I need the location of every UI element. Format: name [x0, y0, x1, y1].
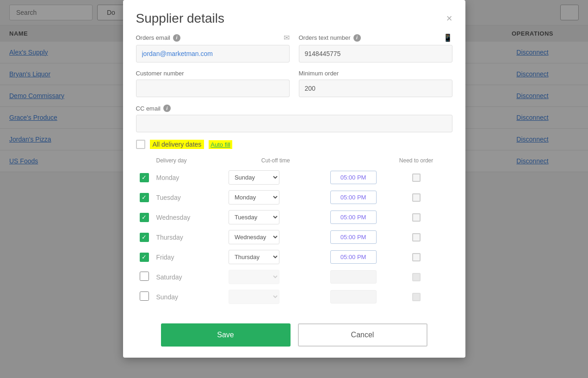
form-row-customer-min: Customer number Minimum order [136, 70, 452, 97]
delivery-row: ✓ThursdaySundayMondayTuesdayWednesdayThu… [136, 227, 452, 247]
col-day-header: Delivery day [153, 155, 225, 167]
time-input[interactable] [330, 250, 377, 264]
delivery-row: ✓MondaySundayMondayTuesdayWednesdayThurs… [136, 167, 452, 187]
need-checkbox[interactable] [412, 213, 421, 222]
cutoff-select[interactable]: SundayMondayTuesdayWednesdayThursdayFrid… [229, 210, 279, 224]
delivery-day-checkbox[interactable]: ✓ [140, 253, 149, 262]
delivery-day-checkbox-cell: ✓ [136, 227, 153, 247]
time-input-cell [327, 227, 380, 247]
cutoff-select[interactable]: SundayMondayTuesdayWednesdayThursdayFrid… [229, 170, 279, 185]
customer-number-label: Customer number [136, 70, 184, 77]
orders-text-info-icon: i [353, 34, 361, 42]
auto-fill-button[interactable]: Auto fill [209, 140, 232, 149]
need-checkbox-cell [380, 287, 452, 307]
need-checkbox[interactable] [412, 273, 421, 281]
cc-email-input[interactable] [136, 115, 452, 132]
customer-number-input[interactable] [136, 80, 290, 97]
need-checkbox[interactable] [412, 193, 421, 202]
delivery-day-checkbox-cell [136, 267, 153, 287]
customer-number-group: Customer number [136, 70, 290, 97]
cc-email-group: CC email i [136, 105, 452, 132]
form-row-email-text: Orders email i ✉ Orders text number i 📱 [136, 33, 452, 62]
close-button[interactable]: × [446, 13, 452, 24]
time-input-cell [327, 167, 380, 187]
delivery-day-checkbox[interactable]: ✓ [140, 173, 149, 182]
cc-email-info-icon: i [163, 105, 171, 112]
time-input[interactable] [330, 230, 377, 244]
time-input-cell [327, 187, 380, 207]
time-input-cell [327, 287, 380, 307]
all-delivery-checkbox[interactable] [136, 140, 145, 149]
col-cutoff-header: Cut-off time [225, 155, 327, 167]
time-input[interactable] [330, 171, 377, 184]
need-checkbox-cell [380, 267, 452, 287]
phone-icon: 📱 [443, 33, 452, 42]
minimum-order-label-row: Minimum order [299, 70, 452, 77]
need-checkbox[interactable] [412, 174, 421, 182]
col-need-header: Need to order [380, 155, 452, 167]
cutoff-select[interactable]: SundayMondayTuesdayWednesdayThursdayFrid… [229, 230, 279, 244]
time-input[interactable] [330, 211, 377, 224]
delivery-row: Sunday [136, 287, 452, 307]
orders-email-input[interactable] [136, 45, 290, 62]
modal-title: Supplier details [136, 11, 224, 26]
time-input[interactable] [330, 290, 377, 304]
orders-email-label: Orders email [136, 34, 170, 41]
cutoff-select[interactable] [229, 290, 279, 304]
time-input-cell [327, 207, 380, 227]
minimum-order-group: Minimum order [299, 70, 452, 97]
delivery-day-checkbox[interactable]: ✓ [140, 193, 149, 202]
orders-email-info-icon: i [173, 34, 180, 42]
delivery-day-checkbox-cell [136, 287, 153, 307]
delivery-day-checkbox-cell: ✓ [136, 167, 153, 187]
cutoff-select[interactable] [229, 270, 279, 284]
time-input[interactable] [330, 191, 377, 204]
cutoff-time-cell: SundayMondayTuesdayWednesdayThursdayFrid… [225, 227, 327, 247]
delivery-section: All delivery dates Auto fill Delivery da… [136, 140, 452, 307]
time-input[interactable] [330, 270, 377, 284]
time-input-cell [327, 247, 380, 267]
delivery-table-body: ✓MondaySundayMondayTuesdayWednesdayThurs… [136, 167, 452, 307]
need-checkbox[interactable] [412, 293, 421, 301]
delivery-day-checkbox[interactable]: ✓ [140, 233, 149, 242]
need-checkbox[interactable] [412, 253, 421, 261]
modal-overlay: Supplier details × Orders email i ✉ Orde… [0, 0, 588, 378]
need-checkbox[interactable] [412, 233, 421, 242]
modal-body: Orders email i ✉ Orders text number i 📱 [123, 33, 465, 316]
orders-text-label: Orders text number [299, 34, 351, 41]
delivery-table-header: Delivery day Cut-off time Need to order [136, 155, 452, 167]
cancel-button[interactable]: Cancel [298, 323, 427, 347]
supplier-details-modal: Supplier details × Orders email i ✉ Orde… [123, 0, 465, 358]
cutoff-select[interactable]: SundayMondayTuesdayWednesdayThursdayFrid… [229, 250, 279, 264]
save-button[interactable]: Save [161, 323, 291, 347]
delivery-day-label: Friday [153, 247, 225, 267]
minimum-order-input[interactable] [299, 80, 452, 97]
delivery-day-checkbox[interactable]: ✓ [140, 213, 149, 222]
delivery-day-checkbox[interactable] [140, 291, 149, 301]
orders-text-label-row: Orders text number i 📱 [299, 33, 452, 42]
email-icon: ✉ [284, 33, 290, 42]
all-delivery-label: All delivery dates [150, 140, 204, 149]
delivery-day-label: Saturday [153, 267, 225, 287]
delivery-day-label: Wednesday [153, 207, 225, 227]
need-checkbox-cell [380, 247, 452, 267]
cutoff-select[interactable]: SundayMondayTuesdayWednesdayThursdayFrid… [229, 190, 279, 204]
cutoff-time-cell: SundayMondayTuesdayWednesdayThursdayFrid… [225, 187, 327, 207]
delivery-day-label: Monday [153, 167, 225, 187]
time-input-cell [327, 267, 380, 287]
cutoff-time-cell: SundayMondayTuesdayWednesdayThursdayFrid… [225, 167, 327, 187]
delivery-table: Delivery day Cut-off time Need to order … [136, 155, 452, 307]
delivery-day-checkbox[interactable] [140, 272, 149, 281]
delivery-day-label: Tuesday [153, 187, 225, 207]
modal-footer: Save Cancel [123, 316, 465, 358]
orders-text-input[interactable] [299, 45, 452, 62]
delivery-row: ✓FridaySundayMondayTuesdayWednesdayThurs… [136, 247, 452, 267]
delivery-day-checkbox-cell: ✓ [136, 207, 153, 227]
orders-email-group: Orders email i ✉ [136, 33, 290, 62]
orders-email-label-row: Orders email i ✉ [136, 33, 290, 42]
all-delivery-row: All delivery dates Auto fill [136, 140, 452, 149]
cutoff-time-cell: SundayMondayTuesdayWednesdayThursdayFrid… [225, 207, 327, 227]
delivery-day-label: Sunday [153, 287, 225, 307]
customer-number-label-row: Customer number [136, 70, 290, 77]
need-checkbox-cell [380, 167, 452, 187]
